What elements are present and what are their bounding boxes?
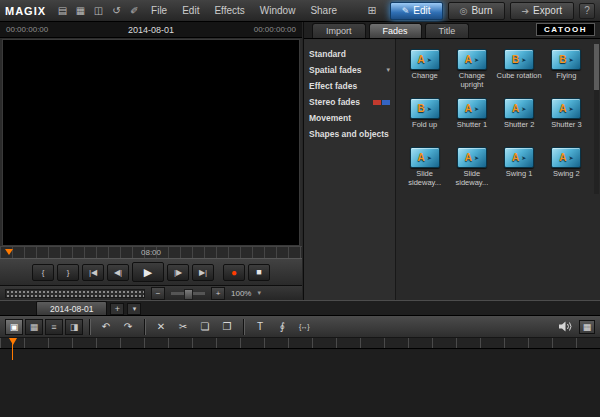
jog-shuttle-strip[interactable]	[5, 289, 145, 298]
menu-window[interactable]: Window	[255, 5, 301, 16]
delete-button[interactable]: ✕	[151, 319, 171, 335]
timeline-tracks[interactable]	[0, 348, 600, 417]
transition-arrow-icon: ➤	[521, 56, 526, 63]
zoom-out-button[interactable]: −	[151, 287, 165, 300]
title-text-button[interactable]: T	[250, 319, 270, 335]
fade-item-shutter-1[interactable]: A➤ Shutter 1	[448, 98, 495, 138]
tab-list-caret-icon[interactable]: ▾	[127, 303, 141, 315]
media-pool-tabs: Import Fades Title CATOOH	[304, 22, 600, 39]
fade-thumb: B➤	[410, 98, 440, 119]
jump-start-button[interactable]: |◀	[82, 264, 104, 281]
toolbar-separator	[243, 319, 244, 335]
transition-arrow-icon: ➤	[568, 154, 573, 161]
mark-in-button[interactable]: {	[32, 264, 54, 281]
zoom-slider[interactable]	[171, 292, 205, 295]
help-icon[interactable]: ?	[579, 3, 595, 19]
burn-mode-button[interactable]: ◎ Burn	[448, 2, 505, 20]
fade-label: Swing 1	[506, 170, 533, 187]
fade-item-shutter-2[interactable]: A➤ Shutter 2	[496, 98, 543, 138]
open-project-icon[interactable]: ▦	[74, 5, 87, 16]
timeline-mode-button[interactable]: ▣	[5, 319, 23, 335]
tab-import[interactable]: Import	[312, 23, 366, 38]
jump-end-button[interactable]: ▶|	[192, 264, 214, 281]
keyframe-button[interactable]: {↔}	[294, 319, 314, 335]
stop-button[interactable]: ■	[248, 264, 270, 281]
export-mode-label: Export	[533, 5, 562, 16]
category-label: Shapes and objects	[309, 129, 389, 139]
multicam-mode-button[interactable]: ◨	[65, 319, 83, 335]
chevron-down-icon: ▾	[386, 66, 390, 74]
play-button[interactable]: ▶	[132, 262, 164, 282]
fade-item-swing-2[interactable]: A➤ Swing 2	[543, 147, 590, 187]
fade-item-change[interactable]: A➤ Change	[401, 49, 448, 89]
fade-item-flying[interactable]: B➤ Flying	[543, 49, 590, 89]
fade-thumb: B➤	[504, 49, 534, 70]
restore-icon[interactable]: ↺	[110, 5, 123, 16]
project-tab[interactable]: 2014-08-01	[36, 301, 107, 315]
fade-item-slide-sideways-1[interactable]: A➤ Slide sideway...	[401, 147, 448, 187]
menu-file[interactable]: File	[146, 5, 172, 16]
fade-thumb: A➤	[410, 147, 440, 168]
magix-app-window: MAGIX ▤ ▦ ◫ ↺ ✐ File Edit Effects Window…	[0, 0, 600, 417]
playhead-line[interactable]	[12, 338, 13, 360]
speaker-icon[interactable]	[559, 321, 573, 332]
fade-item-shutter-3[interactable]: A➤ Shutter 3	[543, 98, 590, 138]
undo-button[interactable]: ↶	[96, 319, 116, 335]
add-project-tab-button[interactable]: +	[110, 303, 124, 315]
new-project-icon[interactable]: ▤	[56, 5, 69, 16]
save-project-icon[interactable]: ◫	[92, 5, 105, 16]
catooh-logo[interactable]: CATOOH	[536, 23, 595, 36]
menu-share[interactable]: Share	[305, 5, 342, 16]
category-stereo-fades[interactable]: Stereo fades	[304, 94, 395, 110]
toolbar-right-cluster: ▦	[559, 320, 595, 334]
zoom-level[interactable]: 100%	[231, 289, 251, 298]
edit-mode-icon: ✎	[402, 6, 410, 16]
next-frame-button[interactable]: |▶	[167, 264, 189, 281]
playhead-marker-icon[interactable]	[9, 338, 17, 345]
fade-thumb: A➤	[551, 98, 581, 119]
split-scissors-button[interactable]: ✂	[173, 319, 193, 335]
category-standard[interactable]: Standard	[304, 46, 395, 62]
record-button[interactable]: ●	[223, 264, 245, 281]
timeline-ruler[interactable]	[0, 337, 600, 348]
copy-button[interactable]: ❏	[195, 319, 215, 335]
tab-fades[interactable]: Fades	[369, 23, 422, 38]
menu-edit[interactable]: Edit	[177, 5, 204, 16]
zoom-slider-handle[interactable]	[184, 289, 193, 300]
transition-arrow-icon: ➤	[427, 154, 432, 161]
storyboard-mode-button[interactable]: ▦	[25, 319, 43, 335]
category-effect-fades[interactable]: Effect fades	[304, 78, 395, 94]
attach-object-button[interactable]: ∮	[272, 319, 292, 335]
category-movement[interactable]: Movement	[304, 110, 395, 126]
fade-item-slide-sideways-2[interactable]: A➤ Slide sideway...	[448, 147, 495, 187]
category-spatial-fades[interactable]: Spatial fades ▾	[304, 62, 395, 78]
category-label: Stereo fades	[309, 97, 360, 107]
fade-label: Change	[411, 72, 437, 89]
prev-frame-button[interactable]: ◀|	[107, 264, 129, 281]
fade-item-change-upright[interactable]: A➤ Change upright	[448, 49, 495, 89]
fade-label: Flying	[556, 72, 576, 89]
category-label: Standard	[309, 49, 346, 59]
tab-title[interactable]: Title	[425, 23, 470, 38]
mark-out-button[interactable]: }	[57, 264, 79, 281]
zoom-in-button[interactable]: +	[211, 287, 225, 300]
fade-thumbnail-grid: A➤ Change A➤ Change upright B➤ Cube rota…	[396, 39, 600, 300]
menu-effects[interactable]: Effects	[209, 5, 249, 16]
fade-thumb: A➤	[457, 147, 487, 168]
export-mode-button[interactable]: ➔ Export	[510, 2, 574, 20]
grid-snap-button[interactable]: ▦	[579, 320, 595, 334]
edit-mode-button[interactable]: ✎ Edit	[390, 2, 443, 20]
fade-item-cube-rotation[interactable]: B➤ Cube rotation	[496, 49, 543, 89]
fade-item-fold-up[interactable]: B➤ Fold up	[401, 98, 448, 138]
category-shapes-and-objects[interactable]: Shapes and objects	[304, 126, 395, 142]
fade-item-swing-1[interactable]: A➤ Swing 1	[496, 147, 543, 187]
edit-pen-icon[interactable]: ✐	[128, 5, 141, 16]
paste-button[interactable]: ❐	[217, 319, 237, 335]
screen-layout-icon[interactable]: ⊞	[368, 4, 377, 17]
zoom-caret-icon[interactable]: ▾	[257, 289, 261, 297]
category-label: Spatial fades	[309, 65, 361, 75]
overview-mode-button[interactable]: ≡	[45, 319, 63, 335]
redo-button[interactable]: ↷	[118, 319, 138, 335]
panel-scrollbar-thumb[interactable]	[594, 44, 599, 90]
panel-scrollbar[interactable]	[594, 44, 599, 194]
